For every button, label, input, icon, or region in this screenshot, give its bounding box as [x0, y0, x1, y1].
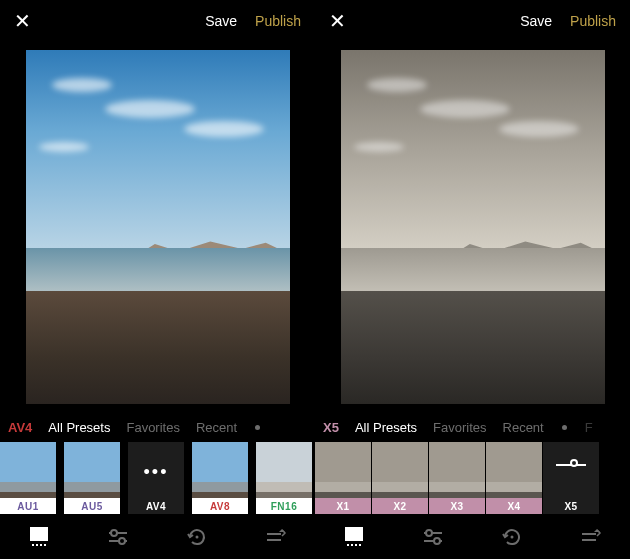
svg-point-5: [195, 535, 198, 538]
photo-sand: [341, 291, 605, 404]
editor-pane: ✕ Save Publish AV4 All PresetsFavoritesR…: [0, 0, 315, 559]
preset-thumb[interactable]: X3: [429, 442, 485, 514]
preset-thumb-label: X2: [372, 498, 428, 514]
category-tab[interactable]: Recent: [196, 420, 237, 435]
photo-area: [0, 42, 315, 412]
close-icon[interactable]: ✕: [14, 11, 31, 31]
editor-pane: ✕ Save Publish X5 All PresetsFavoritesRe…: [315, 0, 630, 559]
category-tab-overflow: F: [585, 420, 593, 435]
preset-thumb[interactable]: FN16: [256, 442, 312, 514]
header-actions: Save Publish: [205, 13, 301, 29]
preset-thumb-label: X5: [543, 498, 599, 514]
header: ✕ Save Publish: [0, 0, 315, 42]
preset-thumb-label: AV8: [192, 498, 248, 514]
preset-thumb[interactable]: X1: [315, 442, 371, 514]
svg-point-2: [111, 530, 117, 536]
preset-thumb-label: AV4: [128, 498, 184, 514]
category-tab[interactable]: Recent: [503, 420, 544, 435]
svg-point-12: [434, 538, 440, 544]
save-button[interactable]: Save: [205, 13, 237, 29]
adjust-tab-icon[interactable]: [106, 525, 130, 549]
preset-thumb[interactable]: AU5: [64, 442, 120, 514]
presets-tab-icon[interactable]: [27, 525, 51, 549]
category-tabs: X5 All PresetsFavoritesRecent F: [315, 412, 630, 442]
publish-button[interactable]: Publish: [570, 13, 616, 29]
photo-sand: [26, 291, 290, 404]
category-tab[interactable]: All Presets: [48, 420, 110, 435]
svg-point-4: [119, 538, 125, 544]
preset-thumb[interactable]: X2: [372, 442, 428, 514]
presets-tab-icon[interactable]: [342, 525, 366, 549]
category-tabs: AV4 All PresetsFavoritesRecent: [0, 412, 315, 442]
category-tab[interactable]: Favorites: [433, 420, 486, 435]
preset-thumb-label: X4: [486, 498, 542, 514]
preset-thumb-label: X1: [315, 498, 371, 514]
tools-tab-icon[interactable]: [264, 525, 288, 549]
preset-thumb[interactable]: X4: [486, 442, 542, 514]
main-photo[interactable]: [26, 50, 290, 404]
preset-thumb-current[interactable]: ••• AV4: [128, 442, 184, 514]
preset-thumb-label: X3: [429, 498, 485, 514]
svg-rect-8: [346, 528, 362, 540]
header: ✕ Save Publish: [315, 0, 630, 42]
more-icon: •••: [128, 462, 184, 483]
svg-rect-0: [31, 528, 47, 540]
save-button[interactable]: Save: [520, 13, 552, 29]
svg-point-10: [426, 530, 432, 536]
adjust-tab-icon[interactable]: [421, 525, 445, 549]
category-tab[interactable]: All Presets: [355, 420, 417, 435]
category-tab[interactable]: Favorites: [126, 420, 179, 435]
photo-area: [315, 42, 630, 412]
close-icon[interactable]: ✕: [329, 11, 346, 31]
preset-thumb-current[interactable]: X5: [543, 442, 599, 514]
slider-icon: [543, 464, 599, 466]
history-tab-icon[interactable]: [500, 525, 524, 549]
preset-thumb-strip[interactable]: AU1 AU5 ••• AV4 AV8 FN16: [0, 442, 315, 514]
preset-thumb-label: FN16: [256, 498, 312, 514]
history-tab-icon[interactable]: [185, 525, 209, 549]
preset-thumb-label: AU5: [64, 498, 120, 514]
tab-divider-dot: [562, 425, 567, 430]
preset-thumb-label: AU1: [0, 498, 56, 514]
main-photo[interactable]: [341, 50, 605, 404]
header-actions: Save Publish: [520, 13, 616, 29]
preset-thumb[interactable]: AV8: [192, 442, 248, 514]
publish-button[interactable]: Publish: [255, 13, 301, 29]
tools-tab-icon[interactable]: [579, 525, 603, 549]
bottom-bar: [0, 514, 315, 559]
current-preset-tag: X5: [323, 420, 339, 435]
bottom-bar: [315, 514, 630, 559]
preset-thumb[interactable]: AU1: [0, 442, 56, 514]
svg-point-13: [510, 535, 513, 538]
preset-thumb-strip[interactable]: X1 X2 X3 X4 X5: [315, 442, 630, 514]
tab-divider-dot: [255, 425, 260, 430]
current-preset-tag: AV4: [8, 420, 32, 435]
